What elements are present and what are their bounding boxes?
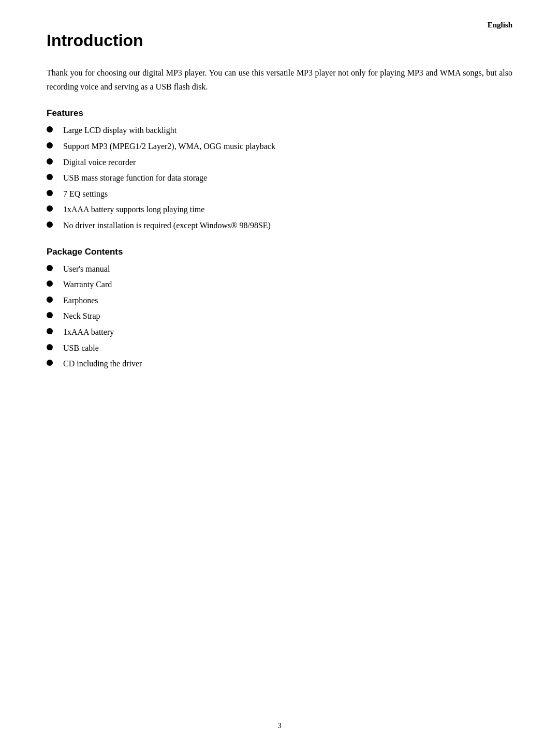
list-item-text: CD including the driver xyxy=(63,357,142,370)
list-item-text: USB cable xyxy=(63,342,99,355)
list-item-text: USB mass storage function for data stora… xyxy=(63,171,207,185)
bullet-dot xyxy=(47,312,53,318)
bullet-dot xyxy=(47,344,53,350)
list-item: User's manual xyxy=(47,262,512,276)
list-item: No driver installation is required (exce… xyxy=(47,219,512,232)
list-item: Neck Strap xyxy=(47,309,512,323)
list-item: Support MP3 (MPEG1/2 Layer2), WMA, OGG m… xyxy=(47,140,512,153)
features-list: Large LCD display with backlightSupport … xyxy=(47,124,512,232)
package-heading: Package Contents xyxy=(47,247,512,257)
bullet-dot xyxy=(47,328,53,334)
page-number: 3 xyxy=(277,721,282,730)
bullet-dot xyxy=(47,280,53,287)
bullet-dot xyxy=(47,126,53,132)
list-item-text: Warranty Card xyxy=(63,278,112,291)
features-heading: Features xyxy=(47,108,512,118)
list-item: 7 EQ settings xyxy=(47,187,512,201)
list-item: Earphones xyxy=(47,294,512,307)
list-item: USB cable xyxy=(47,342,512,355)
list-item: 1xAAA battery supports long playing time xyxy=(47,203,512,216)
package-list: User's manualWarranty CardEarphonesNeck … xyxy=(47,262,512,370)
list-item: Warranty Card xyxy=(47,278,512,291)
list-item: CD including the driver xyxy=(47,357,512,370)
bullet-dot xyxy=(47,360,53,366)
language-label: English xyxy=(488,21,512,29)
page: English Introduction Thank you for choos… xyxy=(0,0,559,756)
bullet-dot xyxy=(47,205,53,212)
features-section: Features Large LCD display with backligh… xyxy=(47,108,512,232)
package-section: Package Contents User's manualWarranty C… xyxy=(47,247,512,370)
list-item-text: Digital voice recorder xyxy=(63,156,136,169)
list-item-text: No driver installation is required (exce… xyxy=(63,219,271,232)
list-item-text: Support MP3 (MPEG1/2 Layer2), WMA, OGG m… xyxy=(63,140,275,153)
list-item: Digital voice recorder xyxy=(47,156,512,169)
list-item-text: 1xAAA battery xyxy=(63,325,114,339)
bullet-dot xyxy=(47,190,53,196)
bullet-dot xyxy=(47,221,53,228)
page-title: Introduction xyxy=(47,31,512,50)
bullet-dot xyxy=(47,158,53,165)
bullet-dot xyxy=(47,297,53,303)
list-item-text: Neck Strap xyxy=(63,309,100,323)
list-item-text: User's manual xyxy=(63,262,110,276)
bullet-dot xyxy=(47,265,53,271)
list-item-text: 7 EQ settings xyxy=(63,187,108,201)
list-item: Large LCD display with backlight xyxy=(47,124,512,137)
list-item: USB mass storage function for data stora… xyxy=(47,171,512,185)
bullet-dot xyxy=(47,142,53,149)
bullet-dot xyxy=(47,174,53,180)
list-item-text: 1xAAA battery supports long playing time xyxy=(63,203,204,216)
list-item-text: Earphones xyxy=(63,294,98,307)
intro-paragraph: Thank you for choosing our digital MP3 p… xyxy=(47,66,512,94)
list-item: 1xAAA battery xyxy=(47,325,512,339)
list-item-text: Large LCD display with backlight xyxy=(63,124,176,137)
